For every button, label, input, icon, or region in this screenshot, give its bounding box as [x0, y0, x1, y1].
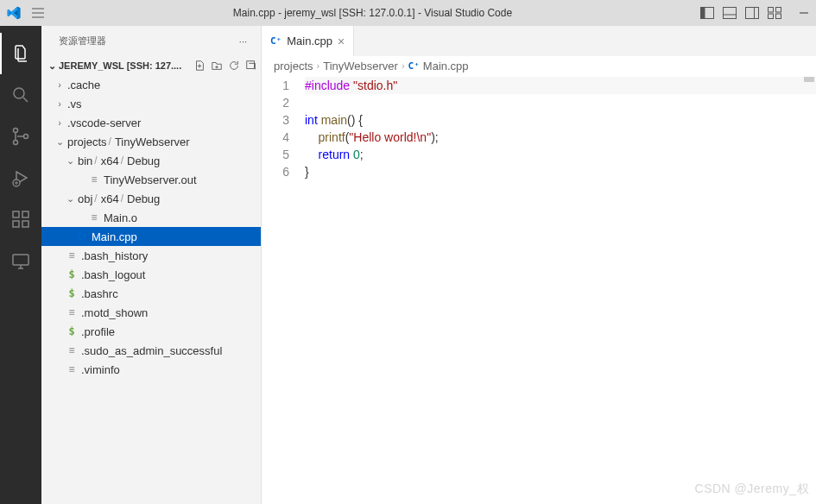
vscode-logo-icon	[7, 6, 21, 20]
file-profile[interactable]: $.profile	[41, 322, 261, 341]
layout-controls	[700, 7, 781, 19]
file-tinywebserver-out[interactable]: ≡TinyWebserver.out	[41, 170, 261, 189]
chevron-right-icon: ›	[402, 60, 405, 71]
layout-right-icon[interactable]	[745, 7, 759, 19]
svg-rect-2	[724, 8, 737, 19]
file-motd-shown[interactable]: ≡.motd_shown	[41, 303, 261, 322]
folder-projects[interactable]: ⌄projects/TinyWebserver	[41, 132, 261, 151]
cpp-file-icon: C⁺	[408, 60, 420, 72]
breadcrumb-item[interactable]: projects	[274, 60, 313, 72]
folder-bin[interactable]: ⌄bin/x64/Debug	[41, 151, 261, 170]
svg-point-13	[24, 135, 28, 139]
folder-cache[interactable]: ›.cache	[41, 75, 261, 94]
svg-rect-1	[701, 8, 705, 19]
sidebar-title: 资源管理器	[59, 35, 239, 47]
sidebar-more-icon[interactable]: ···	[239, 36, 247, 47]
workspace-header[interactable]: ⌄ JEREMY_WSL [SSH: 127....	[41, 56, 261, 75]
file-main-o[interactable]: ≡Main.o	[41, 208, 261, 227]
sidebar: 资源管理器 ··· ⌄ JEREMY_WSL [SSH: 127.... ›.c…	[41, 26, 262, 504]
editor-tabs: C⁺ Main.cpp ×	[262, 26, 816, 56]
layout-grid-icon[interactable]	[768, 7, 781, 19]
breadcrumb-item[interactable]: TinyWebserver	[323, 60, 398, 72]
file-tree: ›.cache ›.vs ›.vscode-server ⌄projects/T…	[41, 75, 261, 504]
chevron-right-icon: ›	[317, 60, 320, 71]
minimap-indicator[interactable]	[804, 77, 814, 82]
chevron-down-icon: ⌄	[45, 60, 59, 72]
svg-rect-18	[22, 211, 28, 217]
svg-rect-3	[724, 15, 737, 19]
line-numbers: 1 2 3 4 5 6	[262, 77, 305, 504]
svg-rect-17	[22, 221, 28, 227]
cpp-file-icon: C⁺	[270, 35, 281, 47]
file-viminfo[interactable]: ≡.viminfo	[41, 360, 261, 379]
code-content[interactable]: #include "stdio.h" int main() { printf("…	[305, 77, 816, 504]
svg-rect-19	[13, 255, 28, 265]
activity-search[interactable]	[0, 74, 41, 116]
file-bash-history[interactable]: ≡.bash_history	[41, 246, 261, 265]
folder-obj[interactable]: ⌄obj/x64/Debug	[41, 189, 261, 208]
window-controls	[799, 8, 809, 18]
menu-icon[interactable]	[31, 6, 45, 20]
activity-extensions[interactable]	[0, 198, 41, 240]
minimize-button[interactable]	[799, 8, 809, 18]
svg-rect-4	[746, 8, 759, 19]
svg-rect-6	[769, 8, 774, 13]
new-file-icon[interactable]	[193, 60, 206, 72]
layout-left-icon[interactable]	[700, 7, 714, 19]
file-bash-logout[interactable]: $.bash_logout	[41, 265, 261, 284]
file-bashrc[interactable]: $.bashrc	[41, 284, 261, 303]
window-title: Main.cpp - jeremy_wsl [SSH: 127.0.0.1] -…	[45, 7, 700, 19]
svg-rect-20	[247, 61, 255, 69]
activity-bar	[0, 26, 41, 504]
svg-rect-15	[13, 211, 19, 217]
activity-remote[interactable]	[0, 240, 41, 281]
svg-point-12	[14, 141, 18, 145]
svg-rect-9	[776, 14, 781, 19]
editor-area: C⁺ Main.cpp × projects › TinyWebserver ›…	[262, 26, 816, 504]
activity-source-control[interactable]	[0, 116, 41, 157]
svg-rect-7	[776, 8, 781, 13]
code-editor[interactable]: 1 2 3 4 5 6 #include "stdio.h" int main(…	[262, 75, 816, 504]
new-folder-icon[interactable]	[211, 60, 223, 72]
breadcrumbs[interactable]: projects › TinyWebserver › C⁺ Main.cpp	[262, 56, 816, 75]
svg-point-10	[14, 88, 24, 98]
watermark: CSDN @Jeremy_权	[695, 482, 809, 497]
breadcrumb-item[interactable]: Main.cpp	[423, 60, 469, 72]
close-icon[interactable]: ×	[338, 35, 345, 48]
titlebar: Main.cpp - jeremy_wsl [SSH: 127.0.0.1] -…	[0, 0, 816, 26]
tab-label: Main.cpp	[287, 35, 332, 47]
svg-rect-8	[769, 14, 774, 19]
workspace-name: JEREMY_WSL [SSH: 127....	[59, 60, 193, 71]
svg-rect-5	[755, 8, 759, 19]
file-sudo-as-admin[interactable]: ≡.sudo_as_admin_successful	[41, 341, 261, 360]
file-main-cpp[interactable]: C⁺Main.cpp	[41, 227, 261, 246]
collapse-icon[interactable]	[245, 60, 257, 72]
svg-point-11	[14, 129, 18, 133]
svg-rect-16	[13, 221, 19, 227]
folder-vscode-server[interactable]: ›.vscode-server	[41, 113, 261, 132]
sidebar-header: 资源管理器 ···	[41, 26, 261, 56]
folder-vs[interactable]: ›.vs	[41, 94, 261, 113]
layout-bottom-icon[interactable]	[723, 7, 737, 19]
activity-explorer[interactable]	[0, 33, 41, 74]
refresh-icon[interactable]	[228, 60, 240, 72]
activity-debug[interactable]	[0, 157, 41, 198]
tab-main-cpp[interactable]: C⁺ Main.cpp ×	[262, 26, 354, 56]
